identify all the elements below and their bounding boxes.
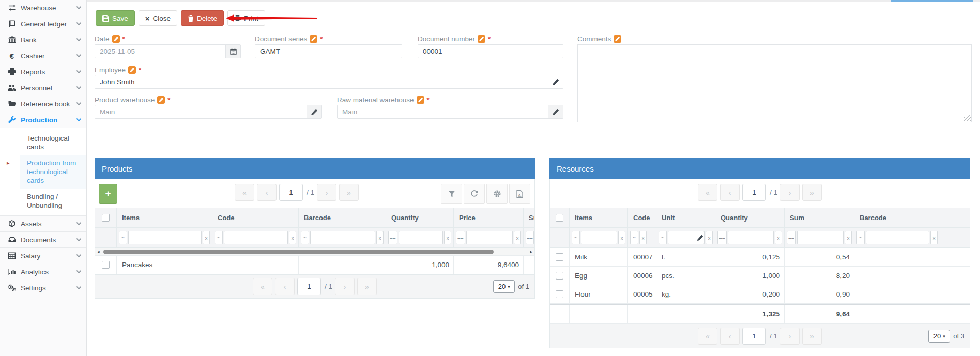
sidebar-item-salary[interactable]: Salary [0, 248, 86, 264]
filter-operator[interactable]: ~ [119, 231, 127, 244]
clear-filter-button[interactable]: x [514, 231, 521, 244]
page-number-input[interactable] [297, 278, 321, 295]
document-number-input[interactable] [418, 45, 563, 58]
filter-operator[interactable]: ~ [659, 231, 667, 244]
document-series-input[interactable] [255, 45, 402, 58]
next-page-button[interactable]: › [335, 278, 355, 295]
filter-operator[interactable]: ~ [215, 231, 223, 244]
sidebar-item-general-ledger[interactable]: General ledger [0, 16, 86, 32]
sidebar-item-settings[interactable]: Settings [0, 280, 86, 296]
filter-input[interactable] [466, 231, 513, 244]
calendar-icon[interactable] [225, 45, 240, 58]
prev-page-button[interactable]: ‹ [275, 278, 295, 295]
employee-input[interactable] [95, 75, 548, 88]
top-scrollbar[interactable] [87, 0, 980, 2]
filter-input[interactable] [224, 231, 288, 244]
sidebar-item-personnel[interactable]: Personnel [0, 80, 86, 96]
clear-filter-button[interactable]: x [845, 231, 852, 244]
next-page-button[interactable]: › [780, 328, 800, 345]
add-row-button[interactable]: + [99, 184, 117, 204]
clear-filter-button[interactable]: x [444, 231, 451, 244]
row-checkbox[interactable] [556, 290, 563, 298]
resources-table-row[interactable]: Milk 00007 l. 0,125 0,54 [550, 248, 970, 267]
products-table-row[interactable]: Pancakes 1,000 9,6400 [95, 256, 534, 274]
filter-input[interactable] [128, 231, 202, 244]
edit-pencil-icon[interactable] [307, 105, 321, 118]
filter-operator[interactable]: == [526, 231, 534, 244]
row-checkbox[interactable] [102, 261, 110, 269]
close-button[interactable]: × Close [139, 10, 177, 26]
raw-material-warehouse-input[interactable] [338, 105, 548, 118]
scrollbar-thumb[interactable] [103, 250, 494, 254]
filter-input[interactable] [728, 231, 774, 244]
filter-input[interactable] [310, 231, 375, 244]
prev-page-button[interactable]: ‹ [720, 328, 740, 345]
first-page-button[interactable]: « [698, 328, 717, 345]
filter-operator[interactable]: == [388, 231, 397, 244]
sidebar-subitem-technological-cards[interactable]: Technological cards [20, 130, 86, 155]
filter-operator[interactable]: ~ [856, 231, 865, 244]
sidebar-item-reference-book[interactable]: Reference book [0, 96, 86, 112]
sidebar-item-analytics[interactable]: Analytics [0, 264, 86, 280]
last-page-button[interactable]: » [339, 184, 359, 201]
prev-page-button[interactable]: ‹ [720, 184, 740, 201]
filter-operator[interactable]: == [717, 231, 727, 244]
first-page-button[interactable]: « [253, 278, 272, 295]
resources-table-row[interactable]: Egg 00006 pcs. 1,000 8,20 [550, 267, 970, 285]
filter-operator[interactable]: == [787, 231, 796, 244]
last-page-button[interactable]: » [802, 184, 822, 201]
sidebar-item-bank[interactable]: Bank [0, 32, 86, 48]
page-number-input[interactable] [279, 184, 303, 201]
save-button[interactable]: Save [96, 10, 135, 26]
filter-operator[interactable]: == [456, 231, 465, 244]
select-all-checkbox[interactable] [556, 214, 563, 222]
clear-filter-button[interactable]: x [775, 231, 782, 244]
filter-operator[interactable]: ~ [572, 231, 580, 244]
sidebar-item-cashier[interactable]: € Cashier [0, 48, 86, 64]
date-input[interactable] [95, 45, 225, 58]
filter-input[interactable] [797, 231, 844, 244]
horizontal-scrollbar[interactable]: ◂ ▸ [95, 248, 534, 256]
page-size-select[interactable]: 20▾ [928, 330, 950, 343]
resize-grip[interactable] [964, 115, 971, 121]
next-page-button[interactable]: › [780, 184, 800, 201]
page-number-input[interactable] [742, 184, 766, 201]
last-page-button[interactable]: » [357, 278, 377, 295]
sidebar-subitem-bundling-unbundling[interactable]: Bundling / Unbundling [20, 189, 86, 213]
clear-filter-button[interactable]: x [203, 231, 210, 244]
product-warehouse-input[interactable] [95, 105, 307, 118]
row-checkbox[interactable] [556, 253, 563, 261]
filter-button[interactable] [441, 184, 462, 204]
edit-pencil-icon[interactable] [697, 235, 703, 241]
next-page-button[interactable]: › [317, 184, 336, 201]
top-scrollbar-thumb[interactable] [891, 0, 973, 2]
sidebar-item-warehouse[interactable]: Warehouse [0, 0, 86, 16]
clear-filter-button[interactable]: x [376, 231, 384, 244]
first-page-button[interactable]: « [698, 184, 717, 201]
select-all-checkbox[interactable] [102, 214, 110, 222]
delete-button[interactable]: Delete [181, 10, 224, 26]
page-number-input[interactable] [742, 328, 766, 345]
scroll-right-icon[interactable]: ▸ [530, 250, 532, 254]
row-checkbox[interactable] [556, 272, 563, 280]
edit-pencil-icon[interactable] [548, 75, 563, 88]
clear-filter-button[interactable]: x [618, 231, 625, 244]
sidebar-item-reports[interactable]: Reports [0, 64, 86, 80]
last-page-button[interactable]: » [802, 328, 822, 345]
export-excel-button[interactable]: x [509, 184, 530, 204]
clear-filter-button[interactable]: x [289, 231, 296, 244]
clear-filter-button[interactable]: x [639, 231, 647, 244]
scroll-left-icon[interactable]: ◂ [97, 250, 100, 254]
prev-page-button[interactable]: ‹ [257, 184, 277, 201]
sidebar-item-documents[interactable]: Documents [0, 232, 86, 248]
refresh-button[interactable] [464, 184, 485, 204]
filter-input[interactable] [866, 231, 929, 244]
sidebar-item-assets[interactable]: Assets [0, 216, 86, 232]
clear-filter-button[interactable]: x [706, 231, 713, 244]
first-page-button[interactable]: « [235, 184, 254, 201]
page-size-select[interactable]: 20▾ [493, 280, 515, 293]
resources-table-row[interactable]: Flour 00005 kg. 0,200 0,90 [550, 285, 970, 304]
filter-input[interactable] [581, 231, 617, 244]
edit-pencil-icon[interactable] [548, 105, 563, 118]
grid-settings-button[interactable] [486, 184, 508, 204]
